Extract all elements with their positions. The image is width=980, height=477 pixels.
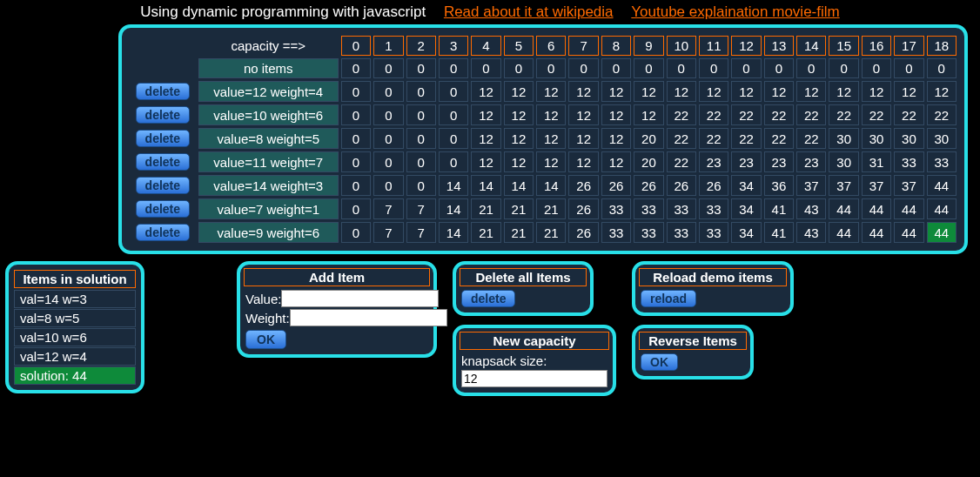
- dp-cell: 12: [536, 128, 566, 149]
- add-item-title: Add Item: [244, 268, 430, 286]
- delete-row-button[interactable]: delete: [136, 177, 190, 194]
- solution-item: val=10 w=6: [14, 328, 136, 346]
- dp-cell: 30: [927, 128, 957, 149]
- delete-row-button[interactable]: delete: [136, 200, 190, 218]
- dp-cell: 22: [862, 104, 891, 125]
- dp-cell: 44: [927, 222, 957, 243]
- dp-cell: 44: [927, 198, 957, 219]
- dp-cell: 0: [373, 175, 403, 196]
- delete-all-title: Delete all Items: [460, 268, 587, 286]
- dp-cell: 7: [373, 198, 403, 219]
- dp-cell: 37: [829, 175, 858, 196]
- dp-cell: 0: [829, 58, 858, 78]
- delete-row-button[interactable]: delete: [136, 224, 190, 241]
- capacity-header: 6: [536, 36, 566, 56]
- dp-cell: 12: [927, 81, 957, 102]
- dp-cell: 12: [568, 128, 598, 149]
- dp-cell: 37: [796, 175, 826, 196]
- delete-all-button[interactable]: delete: [461, 290, 515, 307]
- dp-cell: 12: [634, 81, 663, 102]
- dp-cell: 14: [504, 175, 534, 196]
- weight-input[interactable]: [290, 309, 447, 326]
- dp-cell: 26: [568, 222, 598, 243]
- dp-cell: 0: [439, 151, 468, 172]
- dp-cell: 23: [699, 151, 728, 172]
- dp-cell: 12: [568, 151, 598, 172]
- dp-cell: 26: [601, 175, 631, 196]
- dp-cell: 43: [796, 198, 826, 219]
- dp-table-panel: capacity ==>0123456789101112131415161718…: [118, 24, 968, 254]
- dp-cell: 20: [634, 128, 663, 149]
- dp-cell: 7: [406, 222, 436, 243]
- row-label: value=8 weight=5: [198, 128, 339, 149]
- dp-cell: 12: [568, 104, 598, 125]
- dp-cell: 44: [829, 222, 858, 243]
- dp-cell: 26: [568, 198, 598, 219]
- delete-row-button[interactable]: delete: [136, 153, 190, 171]
- dp-cell: 0: [341, 81, 371, 102]
- capacity-header: 7: [568, 36, 598, 56]
- solution-item: val=12 w=4: [14, 347, 136, 366]
- knapsack-size-input[interactable]: [461, 370, 607, 387]
- dp-cell: 21: [504, 198, 534, 219]
- capacity-label: capacity ==>: [198, 36, 339, 56]
- dp-cell: 37: [862, 175, 891, 196]
- dp-cell: 31: [862, 151, 891, 172]
- dp-cell: 44: [894, 222, 923, 243]
- dp-cell: 0: [601, 58, 631, 78]
- dp-cell: 22: [927, 104, 957, 125]
- dp-cell: 33: [667, 198, 696, 219]
- dp-cell: 22: [764, 104, 794, 125]
- value-input[interactable]: [281, 290, 439, 307]
- solution-item: val=14 w=3: [14, 290, 136, 308]
- dp-cell: 12: [601, 128, 631, 149]
- reverse-panel: Reverse Items OK: [632, 325, 754, 380]
- reverse-ok-button[interactable]: OK: [641, 353, 678, 371]
- dp-cell: 33: [634, 198, 663, 219]
- dp-cell: 41: [764, 198, 794, 219]
- dp-cell: 0: [373, 58, 403, 78]
- dp-cell: 33: [894, 151, 923, 172]
- dp-cell: 21: [536, 198, 566, 219]
- dp-cell: 0: [341, 104, 371, 125]
- dp-cell: 21: [504, 222, 534, 243]
- dp-cell: 0: [373, 81, 403, 102]
- solution-item: val=8 w=5: [14, 309, 136, 327]
- dp-cell: 26: [634, 175, 663, 196]
- dp-cell: 22: [796, 104, 826, 125]
- dp-cell: 0: [406, 151, 436, 172]
- delete-row-button[interactable]: delete: [136, 106, 190, 124]
- dp-cell: 0: [373, 151, 403, 172]
- dp-cell: 33: [927, 151, 957, 172]
- dp-cell: 22: [764, 128, 794, 149]
- dp-cell: 43: [796, 222, 826, 243]
- dp-cell: 0: [667, 58, 696, 78]
- tagline: Using dynamic programming with javascrip…: [140, 3, 426, 20]
- weight-label: Weight:: [245, 311, 290, 326]
- capacity-header: 11: [699, 36, 728, 56]
- dp-cell: 21: [471, 222, 500, 243]
- dp-cell: 33: [601, 222, 631, 243]
- dp-cell: 22: [894, 104, 923, 125]
- add-item-ok-button[interactable]: OK: [245, 330, 286, 349]
- dp-cell: 22: [699, 104, 728, 125]
- dp-cell: 12: [568, 81, 598, 102]
- delete-row-button[interactable]: delete: [136, 83, 190, 100]
- wikipedia-link[interactable]: Read about it at wikipedia: [444, 3, 614, 20]
- dp-cell: 34: [731, 175, 761, 196]
- dp-cell: 30: [862, 128, 891, 149]
- dp-cell: 7: [373, 222, 403, 243]
- value-label: Value:: [245, 292, 281, 306]
- dp-cell: 26: [568, 175, 598, 196]
- dp-cell: 0: [862, 58, 891, 78]
- youtube-link[interactable]: Youtube explaination movie-film: [631, 3, 839, 20]
- row-label: value=12 weight=4: [198, 81, 339, 102]
- delete-row-button[interactable]: delete: [136, 130, 190, 147]
- capacity-header: 12: [731, 36, 761, 56]
- dp-cell: 0: [406, 81, 436, 102]
- dp-cell: 12: [536, 104, 566, 125]
- capacity-header: 16: [862, 36, 891, 56]
- dp-cell: 0: [406, 128, 436, 149]
- dp-cell: 12: [504, 81, 534, 102]
- reload-button[interactable]: reload: [641, 290, 696, 307]
